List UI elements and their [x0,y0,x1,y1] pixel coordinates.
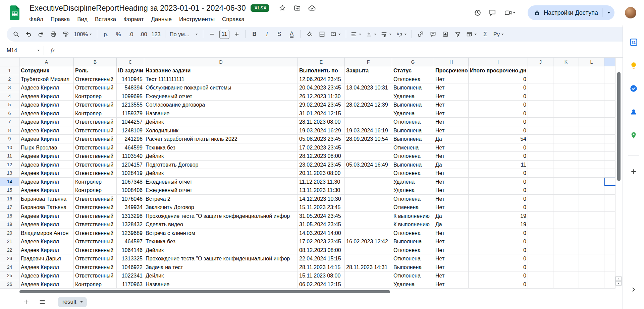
cell-a25[interactable]: Авдеев Кирилл [19,271,74,280]
cell-f26[interactable] [345,280,392,289]
cell-m25[interactable] [604,271,615,280]
cell-g20[interactable]: Отклонена [392,229,434,238]
row-header-17[interactable]: 17 [0,203,19,212]
cell-a2[interactable]: Трубетской Михаил [19,75,74,84]
star-button[interactable] [277,2,288,14]
share-dropdown-caret-icon[interactable] [606,10,611,15]
cell-m23[interactable] [604,254,615,263]
column-header-d[interactable]: D [144,58,298,66]
row-header-23[interactable]: 23 [0,254,19,263]
cell-i6[interactable]: 0 [469,109,528,118]
row-header-6[interactable]: 6 [0,109,19,118]
cell-l7[interactable] [579,118,604,126]
column-header-b[interactable]: B [74,58,117,66]
cell-g5[interactable]: Выполнена [392,101,434,109]
create-filter-button[interactable] [452,28,464,40]
redo-button[interactable] [35,28,47,40]
menu-view[interactable]: Вид [73,15,91,24]
insert-chart-button[interactable] [439,28,451,40]
cell-g8[interactable]: Выполнена [392,126,434,135]
cell-j18[interactable] [528,212,553,221]
cell-b21[interactable]: Ответственный [74,237,117,246]
cell-g1[interactable]: Статус [392,66,434,75]
cell-i24[interactable]: 0 [469,263,528,272]
cell-b13[interactable]: Ответственный [74,169,117,178]
cell-h2[interactable]: Нет [434,75,469,84]
cell-f25[interactable] [345,271,392,280]
cell-h8[interactable]: Нет [434,126,469,135]
cell-e7[interactable]: 28.11.2023 08:00 [298,118,345,126]
cell-l17[interactable] [579,203,604,212]
cell-h20[interactable]: Нет [434,229,469,238]
cell-b19[interactable]: Ответственный [74,220,117,229]
cell-g24[interactable]: Выполнена [392,263,434,272]
cell-a21[interactable]: Авдеев Кирилл [19,237,74,246]
scroll-down-button[interactable] [615,281,622,286]
cell-e23[interactable]: 22.04.2024 15:15 [298,254,345,263]
cell-d16[interactable]: Встреча 2 [144,195,298,203]
cell-h19[interactable]: Да [434,220,469,229]
undo-button[interactable] [22,28,35,40]
cell-g18[interactable]: К выполнению [392,212,434,221]
cell-m13[interactable] [604,169,615,178]
column-header-h[interactable]: H [434,58,469,66]
cell-c11[interactable]: 1103540 [117,152,144,161]
cell-c22[interactable]: 1064146 [117,246,144,255]
row-header-8[interactable]: 8 [0,126,19,135]
cell-c2[interactable]: 1410945 [117,75,144,84]
cell-k4[interactable] [553,92,579,101]
cell-l8[interactable] [579,126,604,135]
cell-f23[interactable] [345,254,392,263]
cell-f18[interactable] [345,212,392,221]
cell-e22[interactable]: 08.12.2023 08:00 [298,246,345,255]
cell-d19[interactable]: Сделать видео [144,220,298,229]
cell-d3[interactable]: Обслуживание пожарной системы [144,83,298,92]
font-size-field[interactable]: 11 [219,30,229,39]
cell-l5[interactable] [579,101,604,109]
fill-color-button[interactable] [304,28,316,40]
cell-f4[interactable] [345,92,392,101]
cell-l18[interactable] [579,212,604,221]
cell-h26[interactable]: Нет [434,280,469,289]
menu-tools[interactable]: Инструменты [175,15,218,24]
cell-k3[interactable] [553,83,579,92]
move-to-folder-button[interactable] [291,2,303,14]
cell-k14[interactable] [553,178,579,186]
cell-c15[interactable]: 1008406 [117,186,144,195]
cell-k10[interactable] [553,143,579,152]
row-header-20[interactable]: 20 [0,229,19,238]
cell-l11[interactable] [579,152,604,161]
cell-d6[interactable]: Название [144,109,298,118]
row-header-9[interactable]: 9 [0,135,19,143]
cell-b1[interactable]: Роль [74,66,117,75]
cell-m15[interactable] [604,186,615,195]
cell-b8[interactable]: Ответственный [74,126,117,135]
cell-m14[interactable] [604,178,615,186]
cell-g22[interactable]: Отклонена [392,246,434,255]
cell-b3[interactable]: Ответственный [74,83,117,92]
cell-j4[interactable] [528,92,553,101]
cell-h16[interactable]: Нет [434,195,469,203]
cell-c5[interactable]: 1213555 [117,101,144,109]
input-tools-button[interactable]: Ру [492,28,506,40]
cell-e11[interactable]: 28.12.2023 08:00 [298,152,345,161]
cell-j26[interactable] [528,280,553,289]
cell-e4[interactable]: 26.12.2023 11:30 [298,92,345,101]
cell-d23[interactable]: Прохождение теста "О защите конфиденциал… [144,254,298,263]
cell-f22[interactable] [345,246,392,255]
menu-data[interactable]: Данные [148,15,175,24]
cell-d2[interactable]: Тест 1111111111 [144,75,298,84]
cell-g25[interactable]: Отклонена [392,271,434,280]
cell-a24[interactable]: Авдеев Кирилл [19,263,74,272]
cell-k9[interactable] [553,135,579,143]
cell-g11[interactable]: Отклонена [392,152,434,161]
cell-k21[interactable] [553,237,579,246]
cell-l12[interactable] [579,161,604,169]
cell-k18[interactable] [553,212,579,221]
paint-format-button[interactable] [60,28,72,40]
cell-g15[interactable]: Удалена [392,186,434,195]
cell-m4[interactable] [604,92,615,101]
cell-e16[interactable]: 14.12.2023 10:30 [298,195,345,203]
cell-h22[interactable]: Нет [434,246,469,255]
cell-c7[interactable]: 1044257 [117,118,144,126]
